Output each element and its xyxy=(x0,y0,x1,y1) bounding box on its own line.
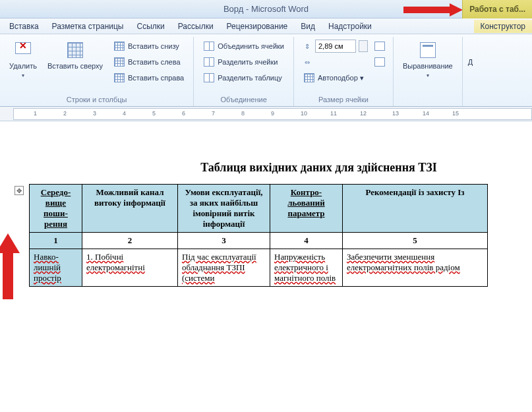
insert-above-label: Вставить сверху xyxy=(47,62,103,70)
table-header-cell[interactable]: Рекомендації із захисту Із xyxy=(343,185,488,233)
group-merge: Объединить ячейки Разделить ячейки Разде… xyxy=(194,37,294,106)
autofit-label: Автоподбор xyxy=(318,74,358,82)
tab-addins[interactable]: Надстройки xyxy=(322,20,378,33)
split-cells-label: Разделить ячейки xyxy=(218,58,278,66)
ruler-tick: 4 xyxy=(123,110,126,117)
delete-icon xyxy=(15,42,31,58)
ruler-tick: 3 xyxy=(93,110,96,117)
ruler-tick: 2 xyxy=(63,110,67,117)
tab-mailings[interactable]: Рассылки xyxy=(171,20,220,33)
insert-left-button[interactable]: Вставить слева xyxy=(109,54,188,70)
insert-right-button[interactable]: Вставить справа xyxy=(109,70,188,86)
autofit-icon xyxy=(304,73,314,82)
table-cell[interactable]: 2 xyxy=(82,233,178,249)
insert-below-icon xyxy=(114,42,125,51)
svg-marker-0 xyxy=(403,3,463,16)
tab-page-layout[interactable]: Разметка страницы xyxy=(45,20,131,33)
col-width-icon: ⇔ xyxy=(302,57,312,67)
horizontal-ruler[interactable]: 1 2 3 4 5 6 7 8 9 10 11 12 13 14 15 xyxy=(13,108,532,120)
ruler-area: 1 2 3 4 5 6 7 8 9 10 11 12 13 14 15 xyxy=(0,107,532,121)
group-label-alignment xyxy=(399,94,457,106)
delete-label: Удалить xyxy=(9,62,37,70)
title-bar: Ворд - Microsoft Word Работа с таб... xyxy=(0,0,532,18)
ruler-tick: 11 xyxy=(330,110,337,117)
alignment-label: Выравнивание xyxy=(403,62,453,70)
group-rows-columns: Удалить▾ Вставить сверху Вставить снизу … xyxy=(0,37,194,106)
table-data-row[interactable]: Навко-лишній простір 1. Побічні електром… xyxy=(30,249,488,287)
merge-cells-icon xyxy=(204,42,214,51)
document-area[interactable]: Таблиця вихідних даних для здійснення ТЗ… xyxy=(0,121,532,412)
tab-references[interactable]: Ссылки xyxy=(130,20,171,33)
insert-above-button[interactable]: Вставить сверху xyxy=(44,38,107,72)
ruler-tick: 7 xyxy=(212,110,215,117)
red-arrow-icon xyxy=(403,3,463,17)
row-height-icon: ⇕ xyxy=(302,42,312,51)
ruler-tick: 1 xyxy=(34,110,37,117)
group-label-cell-size: Размер ячейки xyxy=(299,94,388,106)
merge-label: Объединить ячейки xyxy=(218,42,284,50)
ruler-tick: 9 xyxy=(271,110,274,117)
table-number-row[interactable]: 1 2 3 4 5 xyxy=(30,233,488,249)
tab-insert[interactable]: Вставка xyxy=(3,20,45,33)
table-header-cell: Контро-льований параметр xyxy=(270,185,343,233)
table-move-handle[interactable]: ✥ xyxy=(15,186,24,195)
group-data: Д xyxy=(463,37,478,106)
split-cells-button[interactable]: Разделить ячейки xyxy=(199,54,288,70)
group-label-merge: Объединение xyxy=(199,94,288,106)
data-label: Д xyxy=(468,38,473,67)
insert-left-icon xyxy=(114,57,125,67)
tab-review[interactable]: Рецензирование xyxy=(220,20,295,33)
split-table-button[interactable]: Разделить таблицу xyxy=(199,70,288,86)
ruler-tick: 5 xyxy=(152,110,156,117)
ruler-tick: 12 xyxy=(360,110,367,117)
ruler-tick: 15 xyxy=(452,110,459,117)
spinner-icon[interactable] xyxy=(359,40,368,52)
ribbon-tabs: Вставка Разметка страницы Ссылки Рассылк… xyxy=(0,18,532,34)
delete-button[interactable]: Удалить▾ xyxy=(5,38,41,80)
tab-design[interactable]: Конструктор xyxy=(474,20,532,33)
svg-marker-1 xyxy=(0,233,20,299)
red-arrow-up-icon xyxy=(0,233,20,299)
table-cell: Під час експлуатації обладнання ТЗПІ (си… xyxy=(178,249,270,287)
group-cell-size: ⇕ ⇔ Автоподбор ▾ Размер ячейки xyxy=(294,37,394,106)
table-cell[interactable]: 1 xyxy=(30,233,82,249)
tab-view[interactable]: Вид xyxy=(294,20,322,33)
ruler-tick: 6 xyxy=(182,110,185,117)
table-cell[interactable]: 4 xyxy=(270,233,343,249)
insert-left-label: Вставить слева xyxy=(128,58,181,66)
alignment-icon xyxy=(420,42,436,58)
insert-below-label: Вставить снизу xyxy=(128,42,179,50)
split-cells-icon xyxy=(204,57,214,67)
group-alignment: Выравнивание▾ xyxy=(394,37,463,106)
window-title: Ворд - Microsoft Word xyxy=(223,4,309,14)
autofit-button[interactable]: Автоподбор ▾ xyxy=(299,70,388,86)
table-cell[interactable]: 5 xyxy=(343,233,488,249)
merge-cells-button[interactable]: Объединить ячейки xyxy=(199,38,288,54)
contextual-tab-table-tools[interactable]: Работа с таб... xyxy=(462,0,532,18)
insert-below-button[interactable]: Вставить снизу xyxy=(109,38,188,54)
table-cell[interactable]: 3 xyxy=(178,233,270,249)
insert-right-icon xyxy=(114,73,125,82)
distribute-rows-icon[interactable] xyxy=(374,42,385,51)
table-header-cell[interactable]: Можливий канал витоку інформації xyxy=(82,185,178,233)
split-table-icon xyxy=(204,73,214,82)
row-height-input[interactable] xyxy=(315,40,356,53)
table-cell: Навко-лишній простір xyxy=(30,249,82,287)
split-table-label: Разделить таблицу xyxy=(218,74,282,82)
table-cell: 1. Побічні електромагнітні xyxy=(82,249,178,287)
document-heading[interactable]: Таблиця вихідних даних для здійснення ТЗ… xyxy=(26,161,532,175)
ruler-tick: 14 xyxy=(423,110,429,117)
distribute-cols-icon[interactable] xyxy=(374,57,385,67)
group-label-rows-cols: Строки и столбцы xyxy=(5,94,188,106)
ribbon: Удалить▾ Вставить сверху Вставить снизу … xyxy=(0,34,532,107)
table-header-row[interactable]: Середо-вище поши-рення Можливий канал ви… xyxy=(30,185,488,233)
alignment-button[interactable]: Выравнивание▾ xyxy=(399,38,457,80)
ruler-tick: 13 xyxy=(392,110,399,117)
insert-right-label: Вставить справа xyxy=(128,74,184,82)
table-header-cell[interactable]: Умови експлуатації, за яких найбільш імо… xyxy=(178,185,270,233)
document-table[interactable]: Середо-вище поши-рення Можливий канал ви… xyxy=(29,184,488,287)
ruler-tick: 10 xyxy=(301,110,307,117)
table-header-cell: Середо-вище поши-рення xyxy=(30,185,82,233)
table-cell: Забезпечити зменшення електромагнітних п… xyxy=(343,249,488,287)
table-grid-icon xyxy=(67,42,83,58)
